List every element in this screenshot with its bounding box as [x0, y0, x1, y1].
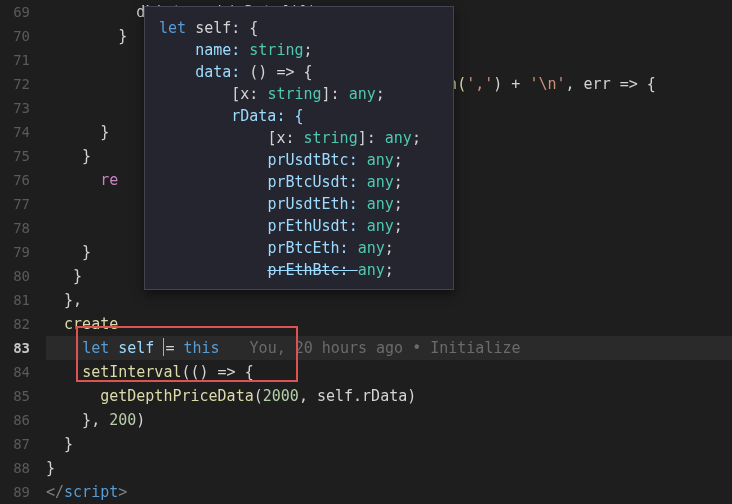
tooltip-row: prBtcUsdt: any; — [159, 171, 439, 193]
tooltip-token: ; — [394, 151, 403, 169]
tooltip-token: string — [267, 85, 321, 103]
tooltip-token: any — [358, 261, 385, 279]
tooltip-token: any — [367, 217, 394, 235]
tooltip-token: ; — [376, 85, 385, 103]
tooltip-row: [x: string]: any; — [159, 83, 439, 105]
code-text: ( — [254, 387, 263, 405]
tooltip-token: any — [367, 195, 394, 213]
code-text: } — [46, 459, 55, 477]
tooltip-token: any — [367, 173, 394, 191]
code-text: '\n' — [529, 75, 565, 93]
code-text: </ — [46, 483, 64, 501]
tooltip-token: any — [367, 151, 394, 169]
tooltip-token: rData: { — [231, 107, 303, 125]
code-text: = — [165, 339, 183, 357]
code-editor[interactable]: 6970717273747576777879808182838485868788… — [0, 0, 732, 504]
code-text: ) — [136, 411, 145, 429]
tooltip-row: rData: { — [159, 105, 439, 127]
code-text: > — [118, 483, 127, 501]
line-number: 82 — [0, 312, 30, 336]
tooltip-row: let self: { — [159, 17, 439, 39]
code-text: setInterval — [82, 363, 181, 381]
tooltip-token: string — [304, 129, 358, 147]
line-number: 69 — [0, 0, 30, 24]
tooltip-token: ; — [394, 217, 403, 235]
line-number: 71 — [0, 48, 30, 72]
code-text — [46, 339, 82, 357]
code-text — [46, 171, 100, 189]
line-number: 70 — [0, 24, 30, 48]
tooltip-token: ; — [412, 129, 421, 147]
code-area[interactable]: dList.push(rData[i]) } .join(',') + '\n'… — [40, 0, 732, 504]
code-line[interactable]: </script> — [46, 480, 732, 504]
line-number: 88 — [0, 456, 30, 480]
tooltip-token: any — [358, 239, 385, 257]
line-number: 83 — [0, 336, 30, 360]
code-text: , err => { — [566, 75, 656, 93]
code-line[interactable]: }, 200) — [46, 408, 732, 432]
code-line[interactable]: }, — [46, 288, 732, 312]
code-line-current[interactable]: let self = thisYou, 20 hours ago • Initi… — [46, 336, 732, 360]
hover-type-tooltip[interactable]: let self: { name: string; data: () => { … — [144, 6, 454, 290]
code-line[interactable]: getDepthPriceData(2000, self.rData) — [46, 384, 732, 408]
tooltip-row: data: () => { — [159, 61, 439, 83]
line-number: 75 — [0, 144, 30, 168]
code-text: , self.rData) — [299, 387, 416, 405]
tooltip-row: name: string; — [159, 39, 439, 61]
line-number: 84 — [0, 360, 30, 384]
code-text: script — [64, 483, 118, 501]
code-text: } — [46, 435, 73, 453]
tooltip-token: prBtcUsdt: — [267, 173, 366, 191]
code-line[interactable]: setInterval(() => { — [46, 360, 732, 384]
line-number: 87 — [0, 432, 30, 456]
tooltip-token: ; — [385, 261, 394, 279]
code-text: (() => { — [181, 363, 253, 381]
tooltip-token: prUsdtEth: — [267, 195, 366, 213]
tooltip-token: ]: — [358, 129, 385, 147]
tooltip-token: prEthUsdt: — [267, 217, 366, 235]
code-text: create — [64, 315, 118, 333]
code-text: } — [46, 267, 82, 285]
code-text: }, — [46, 411, 109, 429]
line-number: 77 — [0, 192, 30, 216]
line-number: 72 — [0, 72, 30, 96]
code-text: ) + — [493, 75, 529, 93]
line-number: 85 — [0, 384, 30, 408]
line-number: 76 — [0, 168, 30, 192]
tooltip-token: prBtcEth: — [267, 239, 357, 257]
tooltip-token: ; — [385, 239, 394, 257]
code-text: } — [46, 147, 91, 165]
code-text: 2000 — [263, 387, 299, 405]
code-line[interactable]: } — [46, 432, 732, 456]
code-line[interactable]: create — [46, 312, 732, 336]
line-number: 86 — [0, 408, 30, 432]
code-text: re — [100, 171, 118, 189]
tooltip-token: any — [349, 85, 376, 103]
tooltip-token: string — [249, 41, 303, 59]
tooltip-token: prUsdtBtc: — [267, 151, 366, 169]
line-number: 89 — [0, 480, 30, 504]
tooltip-row: [x: string]: any; — [159, 127, 439, 149]
tooltip-token: self: { — [195, 19, 258, 37]
tooltip-token: name: — [195, 41, 249, 59]
code-text: } — [46, 27, 127, 45]
tooltip-token: prEthBtc: — [267, 261, 357, 279]
tooltip-token: ; — [304, 41, 313, 59]
code-text: 200 — [109, 411, 136, 429]
tooltip-token: () => { — [249, 63, 312, 81]
line-number: 80 — [0, 264, 30, 288]
code-text — [46, 387, 100, 405]
tooltip-row: prUsdtEth: any; — [159, 193, 439, 215]
tooltip-row: prEthUsdt: any; — [159, 215, 439, 237]
code-line[interactable]: } — [46, 456, 732, 480]
tooltip-token: ; — [394, 173, 403, 191]
tooltip-token: any — [385, 129, 412, 147]
line-number: 79 — [0, 240, 30, 264]
code-text: ',' — [466, 75, 493, 93]
code-text: getDepthPriceData — [100, 387, 254, 405]
code-text: this — [183, 339, 219, 357]
code-text: } — [46, 123, 109, 141]
tooltip-token: let — [159, 19, 195, 37]
tooltip-token: data: — [195, 63, 249, 81]
code-text — [46, 363, 82, 381]
